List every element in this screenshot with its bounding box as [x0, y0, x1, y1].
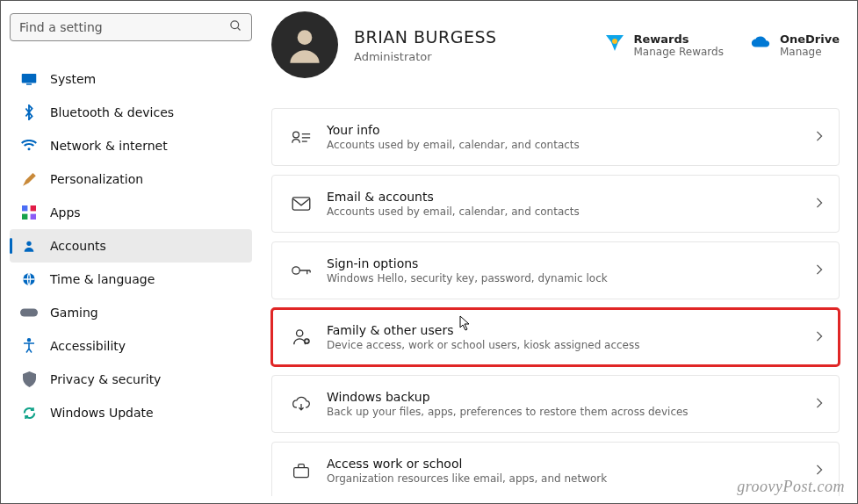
- svg-point-13: [612, 39, 617, 44]
- backup-icon: [288, 396, 314, 412]
- globe-icon: [20, 272, 38, 286]
- svg-point-11: [28, 339, 31, 342]
- apps-icon: [20, 205, 38, 220]
- sidebar-item-label: Windows Update: [50, 406, 154, 420]
- sidebar-item-gaming[interactable]: Gaming: [10, 296, 252, 329]
- monitor-icon: [20, 73, 38, 85]
- chevron-right-icon: [816, 130, 823, 144]
- rewards-sub: Manage Rewards: [634, 46, 724, 58]
- item-title: Access work or school: [327, 457, 816, 471]
- sidebar-item-privacy-security[interactable]: Privacy & security: [10, 363, 252, 396]
- user-info: BRIAN BURGESS Administrator: [354, 27, 588, 63]
- rewards-icon: [604, 32, 625, 54]
- sidebar-item-label: Accounts: [50, 239, 106, 253]
- sidebar-item-accessibility[interactable]: Accessibility: [10, 329, 252, 363]
- svg-rect-22: [294, 468, 309, 478]
- accessibility-icon: [20, 338, 38, 354]
- sidebar-item-label: Bluetooth & devices: [50, 105, 174, 119]
- onedrive-sub: Manage: [780, 46, 840, 58]
- chevron-right-icon: [816, 464, 823, 478]
- svg-point-14: [293, 132, 299, 138]
- user-role: Administrator: [354, 50, 588, 63]
- sidebar: SystemBluetooth & devicesNetwork & inter…: [6, 8, 261, 496]
- sidebar-item-label: Gaming: [50, 306, 98, 320]
- svg-rect-3: [26, 83, 32, 85]
- item-subtitle: Accounts used by email, calendar, and co…: [327, 205, 816, 218]
- sidebar-item-label: System: [50, 72, 96, 86]
- item-title: Windows backup: [327, 390, 816, 404]
- wifi-icon: [20, 140, 38, 152]
- svg-rect-4: [22, 205, 27, 211]
- settings-list: Your info Accounts used by email, calend…: [271, 108, 840, 496]
- sidebar-item-network-internet[interactable]: Network & internet: [10, 129, 252, 162]
- chevron-right-icon: [816, 330, 823, 344]
- sidebar-item-label: Accessibility: [50, 339, 126, 353]
- svg-rect-6: [22, 214, 27, 220]
- svg-rect-7: [31, 214, 36, 220]
- gamepad-icon: [20, 306, 38, 319]
- svg-point-12: [298, 30, 313, 45]
- settings-item-windows-backup[interactable]: Windows backup Back up your files, apps,…: [271, 375, 840, 433]
- settings-item-access-work-or-school[interactable]: Access work or school Organization resou…: [271, 442, 840, 496]
- settings-item-your-info[interactable]: Your info Accounts used by email, calend…: [271, 108, 840, 166]
- search-box[interactable]: [10, 13, 252, 41]
- your-info-icon: [288, 130, 314, 144]
- main-content: BRIAN BURGESS Administrator Rewards Mana…: [261, 8, 852, 496]
- family-icon: [288, 328, 314, 346]
- item-subtitle: Accounts used by email, calendar, and co…: [327, 139, 816, 151]
- item-title: Family & other users: [327, 323, 816, 337]
- svg-point-20: [297, 330, 303, 336]
- sidebar-item-label: Personalization: [50, 172, 143, 186]
- search-input[interactable]: [19, 20, 229, 34]
- sidebar-item-bluetooth-devices[interactable]: Bluetooth & devices: [10, 96, 252, 129]
- svg-rect-2: [22, 74, 37, 83]
- brush-icon: [20, 171, 38, 187]
- user-name: BRIAN BURGESS: [354, 27, 588, 47]
- sidebar-item-accounts[interactable]: Accounts: [10, 229, 252, 263]
- item-subtitle: Organization resources like email, apps,…: [327, 472, 816, 485]
- svg-point-0: [231, 21, 239, 29]
- key-icon: [288, 263, 314, 277]
- item-subtitle: Back up your files, apps, preferences to…: [327, 406, 816, 418]
- sidebar-item-label: Apps: [50, 205, 81, 220]
- onedrive-card[interactable]: OneDrive Manage: [750, 32, 840, 58]
- item-subtitle: Windows Hello, security key, password, d…: [327, 272, 816, 284]
- account-header: BRIAN BURGESS Administrator Rewards Mana…: [271, 11, 840, 78]
- sidebar-item-label: Network & internet: [50, 139, 168, 153]
- bluetooth-icon: [20, 104, 38, 120]
- svg-point-8: [26, 241, 31, 246]
- settings-item-sign-in-options[interactable]: Sign-in options Windows Hello, security …: [271, 241, 840, 299]
- person-icon: [20, 239, 38, 253]
- sidebar-item-windows-update[interactable]: Windows Update: [10, 396, 252, 429]
- onedrive-icon: [750, 32, 771, 54]
- svg-rect-18: [292, 198, 310, 210]
- sidebar-item-system[interactable]: System: [10, 62, 252, 96]
- svg-point-19: [292, 267, 299, 274]
- svg-rect-5: [31, 205, 36, 211]
- chevron-right-icon: [816, 197, 823, 211]
- chevron-right-icon: [816, 263, 823, 277]
- chevron-right-icon: [816, 397, 823, 411]
- update-icon: [20, 406, 38, 421]
- sidebar-item-personalization[interactable]: Personalization: [10, 162, 252, 196]
- sidebar-item-apps[interactable]: Apps: [10, 196, 252, 229]
- rewards-card[interactable]: Rewards Manage Rewards: [604, 32, 724, 58]
- item-title: Email & accounts: [327, 190, 816, 204]
- svg-line-1: [237, 27, 240, 30]
- sidebar-item-label: Privacy & security: [50, 372, 161, 386]
- shield-icon: [20, 371, 38, 387]
- search-icon: [229, 19, 242, 35]
- item-title: Sign-in options: [327, 256, 816, 270]
- mail-icon: [288, 197, 314, 211]
- avatar: [271, 11, 338, 78]
- settings-item-family-other-users[interactable]: Family & other users Device access, work…: [271, 308, 840, 366]
- rewards-title: Rewards: [634, 32, 724, 46]
- item-title: Your info: [327, 123, 816, 137]
- svg-rect-10: [20, 308, 38, 316]
- briefcase-icon: [288, 463, 314, 479]
- item-subtitle: Device access, work or school users, kio…: [327, 339, 816, 351]
- settings-item-email-accounts[interactable]: Email & accounts Accounts used by email,…: [271, 175, 840, 233]
- onedrive-title: OneDrive: [780, 32, 840, 46]
- sidebar-item-label: Time & language: [50, 272, 155, 286]
- sidebar-item-time-language[interactable]: Time & language: [10, 263, 252, 296]
